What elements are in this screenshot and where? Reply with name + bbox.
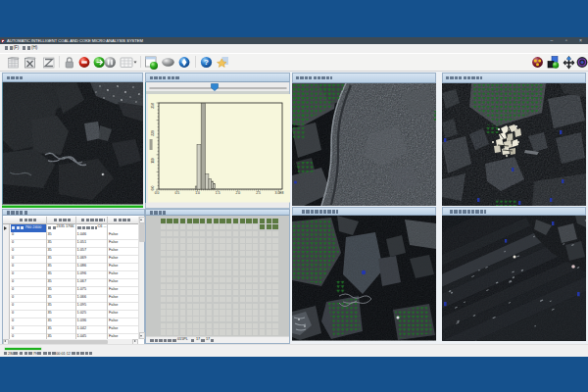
svg-text:3.0E8: 3.0E8 [274, 191, 283, 195]
svg-text:2.0: 2.0 [235, 191, 240, 195]
svg-text:0.0: 0.0 [154, 191, 159, 195]
svg-text:358: 358 [151, 103, 155, 109]
svg-text:0.5: 0.5 [174, 191, 179, 195]
svg-text:0.0: 0.0 [151, 186, 155, 191]
svg-text:239: 239 [151, 130, 155, 136]
svg-text:1.5: 1.5 [215, 191, 220, 195]
svg-text:119: 119 [151, 158, 155, 164]
svg-text:?: ? [204, 58, 209, 67]
svg-text:2.5: 2.5 [256, 191, 261, 195]
svg-text:1.0: 1.0 [195, 191, 200, 195]
